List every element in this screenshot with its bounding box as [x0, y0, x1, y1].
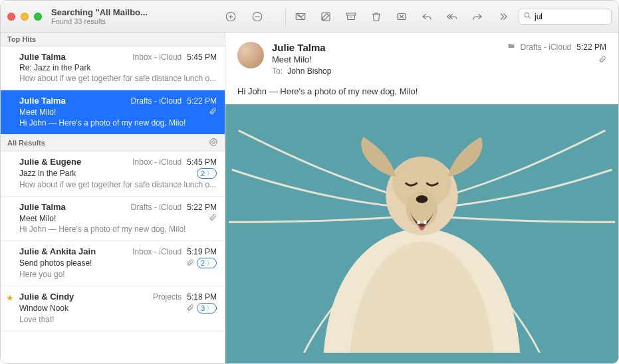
result-count: Found 33 results [51, 17, 148, 25]
trash-icon[interactable] [370, 10, 383, 23]
svg-rect-8 [346, 13, 356, 15]
reply-all-icon[interactable] [445, 10, 459, 23]
svg-line-6 [298, 13, 304, 20]
message-preview: How about if we get together for safe di… [19, 180, 217, 189]
overflow-icon[interactable] [496, 10, 509, 23]
thread-count-badge[interactable]: 3〉 [197, 303, 217, 314]
chevron-right-icon: 〉 [207, 258, 213, 268]
star-flag-icon[interactable]: ★ [6, 293, 14, 303]
to-label: To: [272, 66, 283, 76]
message-location: Inbox - iCloud [132, 52, 182, 62]
message-sender: Julie Talma [19, 52, 128, 62]
svg-point-21 [416, 195, 428, 203]
message-item[interactable]: Julie Talma Drafts - iCloud 5:22 PM Meet… [1, 197, 225, 241]
chevron-right-icon: 〉 [207, 304, 213, 313]
message-preview: Hi John — Here's a photo of my new dog, … [19, 118, 217, 128]
mail-window: Searching "All Mailbo... Found 33 result… [0, 0, 619, 364]
message-item-selected[interactable]: Julie Talma Drafts - iCloud 5:22 PM Meet… [1, 90, 225, 135]
message-sender: Julie & Cindy [19, 292, 149, 302]
message-item[interactable]: ★ Julie & Cindy Projects 5:18 PM Window … [1, 286, 225, 331]
all-results-label: All Results [7, 139, 45, 147]
header-meta: Drafts - iCloud 5:22 PM [507, 42, 606, 76]
message-sender: Julie & Ankita Jain [19, 246, 128, 256]
search-input[interactable] [535, 12, 619, 21]
message-time: 5:45 PM [187, 157, 217, 167]
message-location: Drafts - iCloud [131, 96, 182, 106]
message-subject: Jazz in the Park [19, 169, 197, 178]
message-location: Drafts - iCloud [131, 203, 182, 212]
toolbar-left-icons [224, 10, 264, 23]
archive-icon[interactable] [344, 10, 358, 23]
message-preview: How about if we get together for safe di… [19, 74, 217, 83]
top-hits-label: Top Hits [7, 35, 36, 43]
message-image-attachment[interactable] [225, 104, 618, 363]
message-subject: Window Nook [19, 304, 186, 313]
attachment-icon [186, 258, 194, 268]
toolbar-divider [285, 7, 286, 26]
message-time: 5:22 PM [187, 203, 217, 212]
message-sender: Julie Talma [19, 202, 127, 212]
message-preview: Hi John — Here's a photo of my new dog, … [19, 225, 217, 234]
all-results-header: All Results [1, 135, 225, 151]
header-subject: Meet Milo! [272, 54, 499, 64]
message-header: Julie Talma Meet Milo! To: John Bishop D… [225, 33, 618, 82]
svg-point-13 [525, 13, 529, 17]
thread-count-badge[interactable]: 2〉 [197, 258, 217, 268]
junk-icon[interactable] [395, 10, 408, 23]
message-subject: Meet Milo! [19, 214, 209, 223]
message-time: 5:22 PM [187, 96, 217, 106]
message-location: Inbox - iCloud [132, 247, 182, 256]
message-list[interactable]: Top Hits Julie Talma Inbox - iCloud 5:45… [1, 33, 225, 363]
thread-count-badge[interactable]: 2〉 [197, 168, 217, 179]
window-title: Searching "All Mailbo... [51, 7, 148, 17]
attachment-icon [186, 304, 194, 314]
message-preview: Here you go! [19, 270, 217, 279]
message-time: 5:18 PM [187, 292, 217, 302]
new-message-plus-icon[interactable] [224, 10, 237, 23]
sender-avatar[interactable] [237, 42, 264, 68]
toolbar-main-icons [294, 10, 509, 23]
chevron-right-icon: 〉 [207, 169, 213, 178]
svg-rect-22 [418, 221, 420, 224]
attachment-icon[interactable] [507, 54, 606, 65]
header-folder: Drafts - iCloud [521, 43, 572, 52]
search-field-wrap[interactable]: ✕ [519, 9, 612, 25]
close-window-button[interactable] [7, 13, 15, 21]
message-body-text: Hi John — Here's a photo of my new dog, … [225, 82, 618, 104]
message-subject: Re: Jazz in the Park [19, 63, 217, 72]
message-preview: Love that! [19, 315, 217, 324]
compose-icon[interactable] [319, 10, 332, 23]
message-time: 5:19 PM [187, 247, 217, 256]
svg-point-16 [212, 141, 215, 144]
attachment-icon [209, 107, 217, 117]
svg-rect-23 [424, 221, 426, 224]
header-time: 5:22 PM [576, 43, 606, 52]
message-pane: Julie Talma Meet Milo! To: John Bishop D… [225, 33, 618, 363]
message-location: Projects [153, 292, 182, 302]
forward-icon[interactable] [471, 10, 484, 23]
recipient-name[interactable]: John Bishop [287, 66, 331, 76]
title-block: Searching "All Mailbo... Found 33 result… [51, 7, 148, 25]
message-item[interactable]: Julie & Ankita Jain Inbox - iCloud 5:19 … [1, 241, 225, 286]
recent-contacts-icon[interactable] [209, 137, 218, 148]
delete-envelope-icon[interactable] [294, 10, 307, 23]
message-sender: Julie Talma [19, 96, 127, 106]
message-subject: Send photos please! [19, 258, 186, 268]
top-hits-header: Top Hits [1, 33, 225, 46]
svg-line-14 [529, 16, 531, 18]
attachment-icon [209, 213, 217, 223]
window-controls [7, 13, 42, 21]
message-sender: Julie & Eugene [19, 157, 128, 167]
header-sender: Julie Talma [272, 42, 499, 53]
message-subject: Meet Milo! [19, 108, 209, 117]
message-item[interactable]: Julie Talma Inbox - iCloud 5:45 PM Re: J… [1, 46, 225, 90]
header-to: To: John Bishop [272, 66, 499, 76]
search-icon [523, 11, 532, 22]
mute-icon[interactable] [251, 10, 264, 23]
folder-icon [507, 42, 515, 52]
minimize-window-button[interactable] [21, 13, 29, 21]
reply-icon[interactable] [420, 10, 433, 23]
message-time: 5:45 PM [187, 52, 217, 62]
message-item[interactable]: Julie & Eugene Inbox - iCloud 5:45 PM Ja… [1, 151, 225, 197]
zoom-window-button[interactable] [34, 13, 42, 21]
